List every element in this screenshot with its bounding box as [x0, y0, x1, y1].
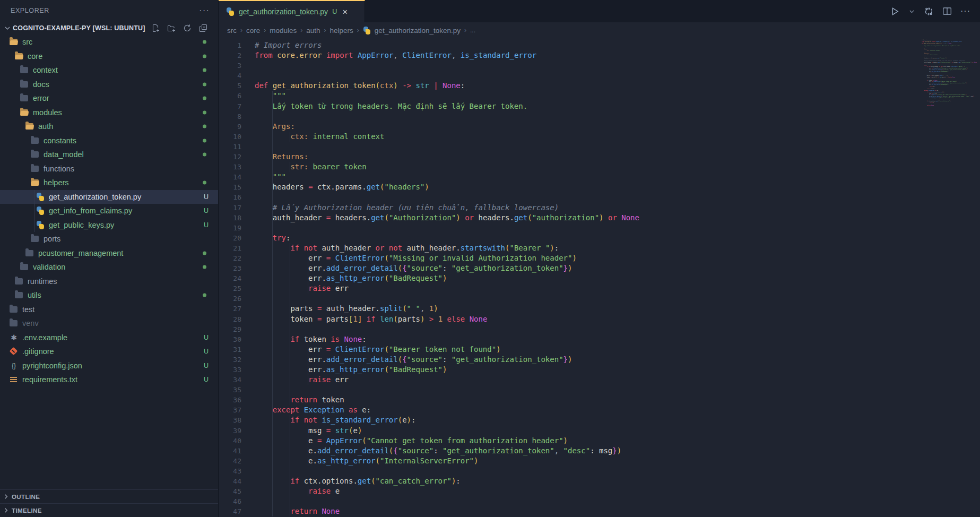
tree-item-get-authorization-token-py[interactable]: get_authorization_token.pyU: [0, 190, 218, 204]
code-line-20[interactable]: 20try:: [219, 233, 980, 243]
tree-item-validation[interactable]: validation: [0, 260, 218, 274]
project-root-row[interactable]: COGNITO-EXAMPLE-PY [WSL: UBUNTU]: [0, 21, 218, 35]
collapse-all-icon[interactable]: [199, 24, 207, 32]
code-line-8[interactable]: 8: [219, 111, 980, 122]
tree-item-functions[interactable]: functions: [0, 162, 218, 176]
code-line-21[interactable]: 21if not auth_header or not auth_header.…: [219, 243, 980, 253]
code-line-25[interactable]: 25raise err: [219, 283, 980, 294]
breadcrumb-item-core[interactable]: core: [246, 27, 260, 35]
tree-item-helpers[interactable]: helpers: [0, 176, 218, 190]
code-line-15[interactable]: 15headers = ctx.params.get("headers"): [219, 182, 980, 192]
close-icon[interactable]: ×: [342, 7, 348, 16]
code-line-9[interactable]: 9Args:: [219, 122, 980, 132]
tree-item-pyrightconfig-json[interactable]: {}pyrightconfig.jsonU: [0, 359, 218, 373]
new-folder-icon[interactable]: [167, 24, 176, 32]
code-line-30[interactable]: 30if token is None:: [219, 334, 980, 344]
code-line-17[interactable]: 17# Lấy Authorization header (ưu tiên ch…: [219, 203, 980, 213]
code-editor[interactable]: 1# Import errors2from core.error import …: [219, 38, 980, 517]
tree-item-error[interactable]: error: [0, 91, 218, 106]
tree-item-utils[interactable]: utils: [0, 288, 218, 303]
run-dropdown-chevron-icon[interactable]: [908, 8, 915, 15]
minimap[interactable]: # Import errorsfrom core.error import Ap…: [922, 39, 977, 124]
code-line-1[interactable]: 1# Import errors: [219, 40, 980, 50]
tree-indent-guide: [34, 190, 34, 232]
tree-item-requirements-txt[interactable]: requirements.txtU: [0, 373, 218, 387]
code-line-31[interactable]: 31err = ClientError("Bearer token not fo…: [219, 344, 980, 355]
code-line-7[interactable]: 7Lấy token từ trong headers. Mặc định sẽ…: [219, 101, 980, 111]
code-line-28[interactable]: 28token = parts[1] if len(parts) > 1 els…: [219, 314, 980, 324]
code-line-39[interactable]: 39msg = str(e): [219, 426, 980, 436]
code-line-32[interactable]: 32err.add_error_detail({"source": "get_a…: [219, 355, 980, 365]
code-line-33[interactable]: 33err.as_http_error("BadRequest"): [219, 365, 980, 375]
tree-item-pcustomer-management[interactable]: pcustomer_management: [0, 246, 218, 261]
run-python-file-icon[interactable]: [890, 6, 900, 16]
code-line-14[interactable]: 14""": [219, 172, 980, 182]
code-line-2[interactable]: 2from core.error import AppError, Client…: [219, 50, 980, 61]
tree-item-get-info-from-claims-py[interactable]: get_info_from_claims.pyU: [0, 204, 218, 218]
code-line-36[interactable]: 36return token: [219, 395, 980, 405]
split-editor-icon[interactable]: [942, 6, 952, 16]
code-line-37[interactable]: 37except Exception as e:: [219, 405, 980, 415]
sync-run-icon[interactable]: [924, 6, 934, 16]
breadcrumb-item-modules[interactable]: modules: [270, 27, 297, 35]
code-line-23[interactable]: 23err.add_error_detail({"source": "get_a…: [219, 263, 980, 273]
breadcrumb-item-file[interactable]: get_authorization_token.py: [375, 27, 461, 35]
tab-get-authorization-token[interactable]: get_authorization_token.py U ×: [219, 0, 365, 22]
tree-item-modules[interactable]: modules: [0, 106, 218, 120]
code-line-19[interactable]: 19: [219, 223, 980, 233]
code-line-12[interactable]: 12Returns:: [219, 152, 980, 162]
outline-section-header[interactable]: OUTLINE: [0, 489, 218, 503]
code-line-content: e = AppError("Cannot get token from auth…: [255, 436, 568, 446]
code-line-10[interactable]: 10ctx: internal context: [219, 132, 980, 142]
explorer-header: EXPLORER ···: [0, 0, 218, 21]
code-line-47[interactable]: 47return None: [219, 506, 980, 516]
tree-item-get-public-keys-py[interactable]: get_public_keys.pyU: [0, 218, 218, 232]
tree-item-constants[interactable]: constants: [0, 134, 218, 148]
code-line-3[interactable]: 3: [219, 61, 980, 71]
tree-item-data-model[interactable]: data_model: [0, 148, 218, 162]
code-line-26[interactable]: 26: [219, 294, 980, 304]
timeline-section-header[interactable]: TIMELINE: [0, 503, 218, 517]
tree-item-docs[interactable]: docs: [0, 77, 218, 92]
code-line-34[interactable]: 34raise err: [219, 375, 980, 385]
tree-item--gitignore[interactable]: .gitignoreU: [0, 344, 218, 359]
code-line-13[interactable]: 13str: bearer token: [219, 162, 980, 172]
code-line-29[interactable]: 29: [219, 324, 980, 334]
code-line-4[interactable]: 4: [219, 71, 980, 81]
new-file-icon[interactable]: [151, 24, 160, 32]
refresh-icon[interactable]: [183, 24, 192, 32]
code-line-16[interactable]: 16: [219, 192, 980, 202]
folder-open-icon: [31, 178, 39, 187]
code-line-38[interactable]: 38if not is_standard_error(e):: [219, 415, 980, 425]
tree-item-core[interactable]: core: [0, 49, 218, 64]
tree-item--env-example[interactable]: ✱.env.exampleU: [0, 331, 218, 345]
breadcrumb-item-src[interactable]: src: [227, 27, 237, 35]
code-line-44[interactable]: 44if ctx.options.get("can_catch_error"):: [219, 476, 980, 486]
code-line-27[interactable]: 27parts = auth_header.split(" ", 1): [219, 304, 980, 314]
more-actions-icon[interactable]: ···: [960, 6, 970, 16]
code-line-18[interactable]: 18auth_header = headers.get("Authorizati…: [219, 213, 980, 223]
tree-item-ports[interactable]: ports: [0, 232, 218, 246]
code-line-6[interactable]: 6""": [219, 91, 980, 101]
tree-item-runtimes[interactable]: runtimes: [0, 274, 218, 289]
code-line-42[interactable]: 42e.as_http_error("InternalServerError"): [219, 456, 980, 466]
code-line-40[interactable]: 40e = AppError("Cannot get token from au…: [219, 436, 980, 446]
breadcrumb-item-auth[interactable]: auth: [306, 27, 320, 35]
breadcrumb-item-helpers[interactable]: helpers: [330, 27, 353, 35]
code-token: ): [563, 436, 568, 446]
tree-item-venv[interactable]: venv: [0, 316, 218, 331]
code-line-24[interactable]: 24err.as_http_error("BadRequest"): [219, 273, 980, 283]
tree-item-context[interactable]: context: [0, 63, 218, 77]
code-line-11[interactable]: 11: [219, 142, 980, 152]
code-line-45[interactable]: 45raise e: [219, 486, 980, 496]
code-line-5[interactable]: 5def get_authorization_token(ctx) -> str…: [219, 81, 980, 91]
tree-item-src[interactable]: src: [0, 35, 218, 49]
tree-item-test[interactable]: test: [0, 303, 218, 317]
code-line-35[interactable]: 35: [219, 385, 980, 395]
explorer-more-icon[interactable]: ···: [199, 5, 210, 16]
code-line-46[interactable]: 46: [219, 496, 980, 506]
code-line-43[interactable]: 43: [219, 466, 980, 476]
tree-item-auth[interactable]: auth: [0, 119, 218, 134]
code-line-41[interactable]: 41e.add_error_detail({"source": "get_aut…: [219, 446, 980, 456]
code-line-22[interactable]: 22err = ClientError("Missing or invalid …: [219, 253, 980, 263]
